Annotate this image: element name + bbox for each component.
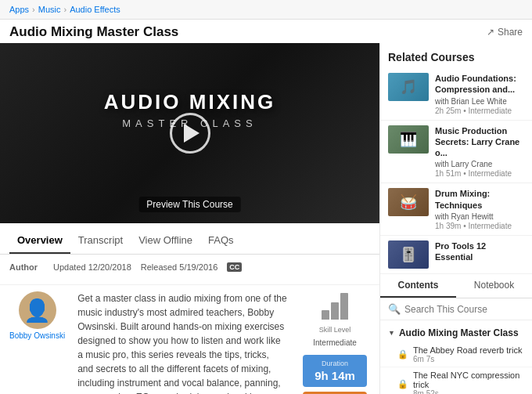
- skill-chart: [322, 291, 348, 320]
- item-duration-2: 8m 52s: [413, 389, 524, 394]
- tab-overview[interactable]: Overview: [9, 228, 70, 254]
- search-input[interactable]: [404, 304, 524, 315]
- item-duration-1: 6m 7s: [413, 355, 524, 363]
- page-header: Audio Mixing Master Class ↗ Share: [0, 20, 532, 43]
- tree-section-title[interactable]: ▼ Audio Mixing Master Class: [380, 324, 532, 342]
- related-course-3[interactable]: 🥁 Drum Mixing: Techniques with Ryan Hewi…: [380, 183, 532, 236]
- course-tree: ▼ Audio Mixing Master Class 🔒 The Abbey …: [380, 320, 532, 394]
- search-icon: 🔍: [388, 303, 401, 315]
- left-column: AUDIO MIXING MASTER CLASS Preview This C…: [0, 43, 379, 394]
- related-course-2[interactable]: 🎹 Music Production Secrets: Larry Crane …: [380, 121, 532, 184]
- avatar-image: 👤: [23, 298, 51, 324]
- tab-faqs[interactable]: FAQs: [200, 228, 242, 254]
- course-search[interactable]: 🔍: [380, 298, 532, 320]
- item-title-2: The Real NYC compression trick: [413, 371, 524, 389]
- meta-row: Author Updated 12/20/2018 Released 5/19/…: [9, 262, 370, 272]
- course-name-3: Drum Mixing: Techniques: [435, 188, 524, 211]
- duration-box: Duration 9h 14m: [303, 355, 367, 387]
- bar-2: [331, 302, 339, 320]
- tab-view-offline[interactable]: View Offline: [131, 228, 200, 254]
- author-avatar: 👤: [19, 291, 56, 329]
- author-name[interactable]: Bobby Owsinski: [9, 331, 65, 340]
- course-thumb-1: 🎵: [388, 73, 429, 101]
- bar-3: [340, 293, 348, 320]
- breadcrumb: Apps › Music › Audio Effects: [0, 0, 532, 20]
- lock-icon-2: 🔒: [397, 379, 408, 389]
- content-tabs: Overview Transcript View Offline FAQs: [0, 228, 379, 255]
- tree-arrow-icon: ▼: [388, 329, 395, 337]
- preview-label: Preview This Course: [138, 197, 240, 212]
- related-course-4[interactable]: 🎚️ Pro Tools 12 Essential: [380, 236, 532, 274]
- item-title-1: The Abbey Road reverb trick: [413, 345, 524, 355]
- course-tab-contents[interactable]: Contents: [380, 274, 456, 298]
- main-layout: AUDIO MIXING MASTER CLASS Preview This C…: [0, 43, 532, 394]
- content-area: 👤 Bobby Owsinski Get a master class in a…: [0, 285, 379, 394]
- breadcrumb-sep-2: ›: [63, 5, 66, 14]
- page-title: Audio Mixing Master Class: [9, 24, 178, 40]
- author-section: Author Updated 12/20/2018 Released 5/19/…: [0, 255, 379, 285]
- released-label: Released 5/19/2016: [141, 262, 217, 272]
- share-button[interactable]: ↗ Share: [487, 27, 523, 38]
- play-button[interactable]: [170, 113, 210, 154]
- lock-icon-1: 🔒: [397, 349, 408, 360]
- tree-section-main: ▼ Audio Mixing Master Class 🔒 The Abbey …: [380, 324, 532, 394]
- tree-item-1[interactable]: 🔒 The Abbey Road reverb trick 6m 7s: [380, 342, 532, 367]
- course-thumb-3: 🥁: [388, 188, 429, 216]
- share-icon: ↗: [487, 27, 494, 38]
- description-1: Get a master class in audio mixing from …: [77, 291, 287, 394]
- breadcrumb-audio-effects[interactable]: Audio Effects: [70, 5, 120, 14]
- skill-label: Skill Level: [319, 326, 351, 334]
- video-player[interactable]: AUDIO MIXING MASTER CLASS Preview This C…: [0, 43, 379, 223]
- course-author-2: with Larry Crane: [435, 160, 524, 168]
- duration-label: Duration: [311, 360, 359, 367]
- course-author-1: with Brian Lee White: [435, 97, 524, 106]
- tab-transcript[interactable]: Transcript: [70, 228, 131, 254]
- tree-item-2[interactable]: 🔒 The Real NYC compression trick 8m 52s: [380, 367, 532, 394]
- course-name-2: Music Production Secrets: Larry Crane o.…: [435, 125, 524, 159]
- text-content: Get a master class in audio mixing from …: [77, 291, 287, 394]
- course-meta-2: 1h 51m • Intermediate: [435, 169, 524, 178]
- course-panel-tabs: Contents Notebook: [380, 274, 532, 298]
- course-name-4: Pro Tools 12 Essential: [435, 240, 524, 263]
- breadcrumb-sep-1: ›: [32, 5, 35, 14]
- video-main-title: AUDIO MIXING: [0, 90, 379, 114]
- related-courses-title: Related Courses: [380, 43, 532, 68]
- course-info-4: Pro Tools 12 Essential: [435, 240, 524, 269]
- course-meta-3: 1h 39m • Intermediate: [435, 222, 524, 230]
- skill-value: Intermediate: [313, 338, 357, 347]
- author-card: 👤 Bobby Owsinski: [9, 291, 65, 394]
- duration-value: 9h 14m: [311, 369, 359, 382]
- share-label: Share: [498, 27, 523, 38]
- item-info-2: The Real NYC compression trick 8m 52s: [413, 371, 524, 394]
- play-icon: [184, 124, 200, 143]
- tree-section-label: Audio Mixing Master Class: [399, 327, 519, 338]
- course-info-3: Drum Mixing: Techniques with Ryan Hewitt…: [435, 188, 524, 230]
- course-meta-1: 2h 25m • Intermediate: [435, 107, 524, 115]
- stats-column: Skill Level Intermediate Duration 9h 14m…: [300, 291, 370, 394]
- item-info-1: The Abbey Road reverb trick 6m 7s: [413, 345, 524, 363]
- bar-1: [322, 310, 329, 320]
- author-label: Author: [9, 262, 38, 272]
- course-thumb-4: 🎚️: [388, 240, 429, 269]
- course-author-3: with Ryan Hewitt: [435, 212, 524, 221]
- course-info-2: Music Production Secrets: Larry Crane o.…: [435, 125, 524, 179]
- updated-label: Updated 12/20/2018: [53, 262, 131, 272]
- course-thumb-2: 🎹: [388, 125, 429, 154]
- course-info-1: Audio Foundations: Compression and... wi…: [435, 73, 524, 115]
- related-course-1[interactable]: 🎵 Audio Foundations: Compression and... …: [380, 68, 532, 121]
- course-name-1: Audio Foundations: Compression and...: [435, 73, 524, 96]
- cc-badge: CC: [227, 262, 242, 272]
- course-tab-notebook[interactable]: Notebook: [456, 274, 532, 298]
- breadcrumb-apps[interactable]: Apps: [9, 5, 29, 14]
- right-column: Related Courses 🎵 Audio Foundations: Com…: [379, 43, 532, 394]
- breadcrumb-music[interactable]: Music: [38, 5, 61, 14]
